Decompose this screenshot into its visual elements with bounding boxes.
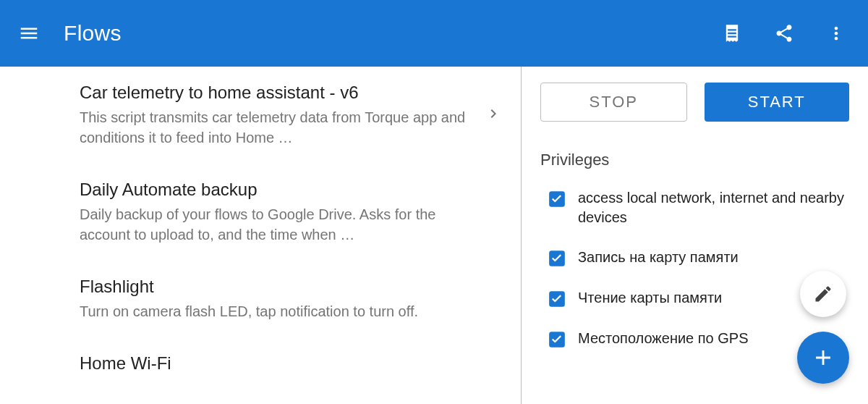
flow-item[interactable]: Car telemetry to home assistant - v6 Thi… [0, 67, 521, 164]
privilege-item[interactable]: Запись на карту памяти [540, 240, 849, 281]
privilege-label: access local network, internet and nearb… [578, 188, 849, 227]
flow-item[interactable]: Daily Automate backup Daily backup of yo… [0, 164, 521, 261]
share-icon[interactable] [767, 16, 801, 51]
flow-list: Car telemetry to home assistant - v6 Thi… [0, 67, 521, 404]
privilege-label: Чтение карты памяти [578, 288, 722, 308]
checkbox-checked-icon[interactable] [548, 249, 566, 268]
privilege-label: Запись на карту памяти [578, 248, 739, 267]
appbar: Flows [0, 0, 868, 67]
flow-title: Car telemetry to home assistant - v6 [80, 83, 477, 103]
chevron-right-icon [485, 105, 502, 125]
receipt-icon[interactable] [715, 16, 749, 51]
checkbox-checked-icon[interactable] [548, 190, 566, 209]
flow-title: Home Wi-Fi [80, 353, 477, 374]
checkbox-checked-icon[interactable] [548, 290, 566, 308]
edit-fab[interactable] [800, 271, 846, 317]
stop-button[interactable]: STOP [540, 83, 687, 122]
privilege-item[interactable]: access local network, internet and nearb… [540, 181, 849, 240]
flow-desc: Daily backup of your flows to Google Dri… [80, 204, 477, 245]
flow-item[interactable]: Flashlight Turn on camera flash LED, tap… [0, 261, 521, 337]
checkbox-checked-icon[interactable] [548, 330, 566, 349]
flow-desc: This script transmits car telemetry data… [80, 107, 477, 148]
detail-panel: STOP START Privileges access local netwo… [522, 67, 868, 404]
flow-title: Daily Automate backup [80, 180, 477, 200]
privileges-heading: Privileges [540, 151, 849, 169]
page-title: Flows [64, 21, 122, 46]
plus-icon [811, 345, 835, 370]
flow-item[interactable]: Home Wi-Fi [0, 337, 521, 374]
add-fab[interactable] [797, 332, 849, 384]
menu-icon[interactable] [14, 19, 43, 48]
privilege-label: Местоположение по GPS [578, 329, 749, 348]
flow-title: Flashlight [80, 277, 477, 297]
flow-desc: Turn on camera flash LED, tap notificati… [80, 301, 477, 321]
more-icon[interactable] [819, 16, 854, 51]
pencil-icon [813, 284, 833, 304]
start-button[interactable]: START [705, 83, 850, 122]
